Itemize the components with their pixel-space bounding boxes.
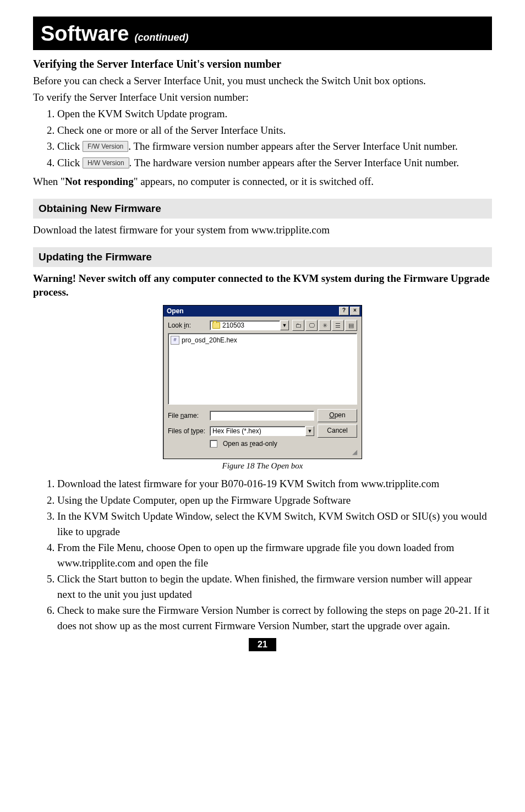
filetype-combo[interactable]: Hex Files (*.hex) ▼ [210, 426, 314, 436]
resize-grip-icon[interactable]: ◢ [168, 450, 357, 454]
lookin-label: Look in: [168, 321, 206, 329]
verify-heading: Verifying the Server Interface Unit's ve… [33, 58, 492, 70]
desktop-icon[interactable]: 🖵 [305, 320, 318, 331]
chevron-down-icon[interactable]: ▼ [305, 426, 314, 436]
verify-p2: To verify the Server Interface Unit vers… [33, 90, 492, 105]
verify-p3b: Not responding [65, 176, 134, 187]
filetype-label: Files of type: [168, 427, 206, 435]
details-view-icon[interactable]: ▤ [345, 320, 357, 331]
list-view-icon[interactable]: ☰ [332, 320, 344, 331]
verify-p3c: " appears, no computer is connected, or … [134, 176, 374, 187]
verify-p1: Before you can check a Server Interface … [33, 74, 492, 88]
chevron-down-icon[interactable]: ▼ [280, 320, 289, 330]
filetype-value: Hex Files (*.hex) [212, 427, 261, 435]
verify-p3a: When " [33, 176, 65, 187]
file-icon: # [171, 336, 179, 345]
update-step-6: Check to make sure the Firmware Version … [57, 603, 492, 633]
section-obtain-heading: Obtaining New Firmware [33, 199, 492, 219]
open-dialog-figure: Open ? × Look in: 210503 ▼ 🗀 🖵 ✳ [33, 305, 492, 459]
section-update-warn: Warning! Never switch off any computer c… [33, 271, 492, 299]
readonly-checkbox[interactable] [210, 440, 217, 448]
title-main: Software [41, 22, 129, 46]
lookin-value: 210503 [222, 321, 244, 329]
dialog-toolbar: 🗀 🖵 ✳ ☰ ▤ [292, 320, 357, 331]
open-dialog-titlebar: Open ? × [163, 306, 362, 317]
page-number: 21 [249, 638, 276, 651]
verify-step-4: Click H/W Version. The hardware version … [57, 155, 492, 171]
folder-icon [212, 322, 220, 329]
filename-label: File name: [168, 412, 206, 419]
verify-step-1: Open the KVM Switch Update program. [57, 106, 492, 122]
section-obtain-p1: Download the latest firmware for your sy… [33, 223, 492, 237]
hw-version-button[interactable]: H/W Version [83, 157, 129, 168]
figure-caption: Figure 18 The Open box [33, 461, 492, 471]
update-step-1: Download the latest firmware for your B0… [57, 476, 492, 492]
update-step-4: From the File Menu, choose Open to open … [57, 540, 492, 570]
verify-step-2: Check one or more or all of the Server I… [57, 123, 492, 138]
update-steps: Download the latest firmware for your B0… [33, 476, 492, 633]
readonly-label: Open as read-only [223, 440, 277, 448]
lookin-combo[interactable]: 210503 ▼ [210, 320, 289, 330]
up-one-level-icon[interactable]: 🗀 [292, 320, 304, 331]
file-item-label: pro_osd_20hE.hex [182, 336, 237, 344]
open-dialog: Open ? × Look in: 210503 ▼ 🗀 🖵 ✳ [163, 305, 362, 459]
file-item[interactable]: # pro_osd_20hE.hex [171, 336, 354, 345]
verify-step-3b: . The firmware version number appears af… [128, 140, 457, 152]
filename-input[interactable] [210, 411, 314, 421]
help-button[interactable]: ? [339, 307, 349, 315]
update-step-2: Using the Update Computer, open up the F… [57, 493, 492, 508]
section-title-bar: Software (continued) [33, 17, 492, 50]
verify-steps: Open the KVM Switch Update program. Chec… [33, 106, 492, 170]
update-step-3: In the KVM Switch Update Window, select … [57, 509, 492, 539]
verify-step-4b: . The hardware version number appears af… [129, 157, 459, 168]
close-button[interactable]: × [350, 307, 360, 315]
title-sub: (continued) [134, 32, 188, 43]
verify-step-3: Click F/W Version. The firmware version … [57, 139, 492, 154]
verify-step-3a: Click [57, 140, 83, 152]
new-folder-icon[interactable]: ✳ [319, 320, 331, 331]
section-update-heading: Updating the Firmware [33, 247, 492, 267]
fw-version-button[interactable]: F/W Version [83, 141, 128, 152]
file-list[interactable]: # pro_osd_20hE.hex [168, 333, 357, 405]
verify-p3: When "Not responding" appears, no comput… [33, 175, 492, 189]
cancel-button[interactable]: Cancel [318, 424, 357, 438]
open-button[interactable]: Open [318, 409, 357, 422]
verify-step-4a: Click [57, 157, 83, 168]
page-number-badge: 21 [33, 638, 492, 651]
open-dialog-title: Open [167, 307, 184, 315]
update-step-5: Click the Start button to begin the upda… [57, 571, 492, 602]
